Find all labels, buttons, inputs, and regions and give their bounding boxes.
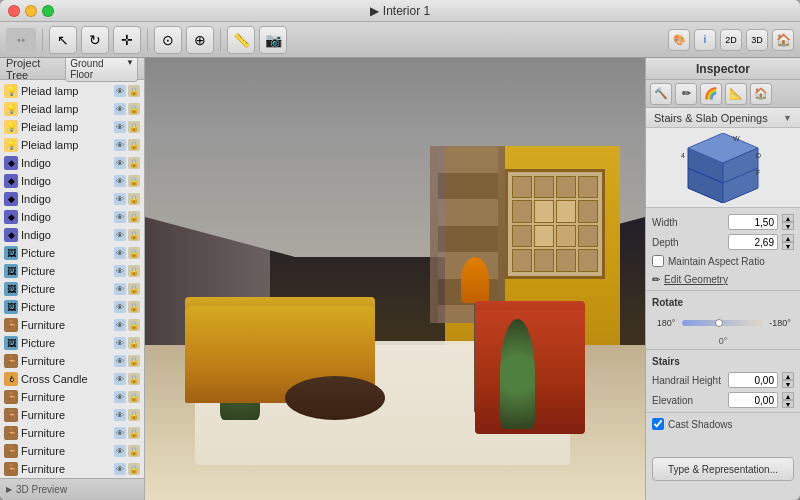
visibility-toggle[interactable]: 👁: [114, 193, 126, 205]
lock-toggle[interactable]: 🔒: [128, 193, 140, 205]
lock-toggle[interactable]: 🔒: [128, 229, 140, 241]
rotate-thumb[interactable]: [715, 319, 723, 327]
visibility-toggle[interactable]: 👁: [114, 301, 126, 313]
insp-btn-3[interactable]: 🌈: [700, 83, 722, 105]
visibility-toggle[interactable]: 👁: [114, 85, 126, 97]
lock-toggle[interactable]: 🔒: [128, 319, 140, 331]
insp-btn-2[interactable]: ✏: [675, 83, 697, 105]
toolbar-view-btn[interactable]: ⊙: [154, 26, 182, 54]
visibility-toggle[interactable]: 👁: [114, 139, 126, 151]
handrail-up[interactable]: ▲: [782, 372, 794, 380]
visibility-toggle[interactable]: 👁: [114, 445, 126, 457]
tree-item[interactable]: ◆ Indigo 👁 🔒: [0, 208, 144, 226]
lock-toggle[interactable]: 🔒: [128, 355, 140, 367]
tree-item[interactable]: 🕯 Cross Candle 👁 🔒: [0, 370, 144, 388]
visibility-toggle[interactable]: 👁: [114, 409, 126, 421]
tree-item[interactable]: 🖼 Picture 👁 🔒: [0, 298, 144, 316]
panel-footer[interactable]: ▶ 3D Preview: [0, 478, 144, 500]
cast-shadows-checkbox[interactable]: [652, 418, 664, 430]
elevation-input[interactable]: [728, 392, 778, 408]
lock-toggle[interactable]: 🔒: [128, 103, 140, 115]
lock-toggle[interactable]: 🔒: [128, 121, 140, 133]
visibility-toggle[interactable]: 👁: [114, 337, 126, 349]
tree-item[interactable]: 🖼 Picture 👁 🔒: [0, 280, 144, 298]
tree-item[interactable]: ◆ Indigo 👁 🔒: [0, 172, 144, 190]
project-tree-list[interactable]: 💡 Pleiad lamp 👁 🔒 💡 Pleiad lamp 👁 🔒 💡 Pl…: [0, 80, 144, 478]
tree-item[interactable]: 🪑 Furniture 👁 🔒: [0, 352, 144, 370]
tree-item[interactable]: 🪑 Furniture 👁 🔒: [0, 388, 144, 406]
tree-item[interactable]: ◆ Indigo 👁 🔒: [0, 154, 144, 172]
lock-toggle[interactable]: 🔒: [128, 337, 140, 349]
floor-dropdown[interactable]: Ground Floor ▼: [65, 58, 138, 82]
handrail-down[interactable]: ▼: [782, 380, 794, 388]
visibility-toggle[interactable]: 👁: [114, 157, 126, 169]
rotate-slider[interactable]: [682, 320, 764, 326]
toolbar-rotate-btn[interactable]: ↻: [81, 26, 109, 54]
tree-item[interactable]: 🪑 Furniture 👁 🔒: [0, 424, 144, 442]
elevation-up[interactable]: ▲: [782, 392, 794, 400]
lock-toggle[interactable]: 🔒: [128, 265, 140, 277]
tree-item[interactable]: 💡 Pleiad lamp 👁 🔒: [0, 136, 144, 154]
type-representation-btn[interactable]: Type & Representation...: [652, 457, 794, 481]
visibility-toggle[interactable]: 👁: [114, 121, 126, 133]
lock-toggle[interactable]: 🔒: [128, 301, 140, 313]
elevation-down[interactable]: ▼: [782, 400, 794, 408]
lock-toggle[interactable]: 🔒: [128, 139, 140, 151]
toolbar-camera-btn[interactable]: 📷: [259, 26, 287, 54]
insp-btn-4[interactable]: 📐: [725, 83, 747, 105]
tree-item[interactable]: 💡 Pleiad lamp 👁 🔒: [0, 100, 144, 118]
close-button[interactable]: [8, 5, 20, 17]
tree-item[interactable]: 🪑 Furniture 👁 🔒: [0, 316, 144, 334]
width-up[interactable]: ▲: [782, 214, 794, 222]
tree-item[interactable]: 🖼 Picture 👁 🔒: [0, 334, 144, 352]
tree-item[interactable]: 🪑 Furniture 👁 🔒: [0, 460, 144, 478]
toolbar-add-btn[interactable]: ⊕: [186, 26, 214, 54]
maximize-button[interactable]: [42, 5, 54, 17]
width-down[interactable]: ▼: [782, 222, 794, 230]
tree-item[interactable]: 💡 Pleiad lamp 👁 🔒: [0, 82, 144, 100]
lock-toggle[interactable]: 🔒: [128, 427, 140, 439]
lock-toggle[interactable]: 🔒: [128, 175, 140, 187]
visibility-toggle[interactable]: 👁: [114, 391, 126, 403]
lock-toggle[interactable]: 🔒: [128, 445, 140, 457]
visibility-toggle[interactable]: 👁: [114, 373, 126, 385]
toolbar-move-btn[interactable]: ✛: [113, 26, 141, 54]
width-input[interactable]: [728, 214, 778, 230]
tree-item[interactable]: 💡 Pleiad lamp 👁 🔒: [0, 118, 144, 136]
tree-item[interactable]: 🪑 Furniture 👁 🔒: [0, 442, 144, 460]
visibility-toggle[interactable]: 👁: [114, 427, 126, 439]
depth-down[interactable]: ▼: [782, 242, 794, 250]
toolbar-measure-btn[interactable]: 📏: [227, 26, 255, 54]
visibility-toggle[interactable]: 👁: [114, 355, 126, 367]
edit-geometry-link[interactable]: ✏ Edit Geometry: [646, 270, 800, 288]
lock-toggle[interactable]: 🔒: [128, 247, 140, 259]
toolbar-3d-btn[interactable]: 3D: [746, 29, 768, 51]
lock-toggle[interactable]: 🔒: [128, 391, 140, 403]
visibility-toggle[interactable]: 👁: [114, 103, 126, 115]
visibility-toggle[interactable]: 👁: [114, 229, 126, 241]
visibility-toggle[interactable]: 👁: [114, 175, 126, 187]
lock-toggle[interactable]: 🔒: [128, 211, 140, 223]
toolbar-select-btn[interactable]: ↖: [49, 26, 77, 54]
tree-item[interactable]: 🖼 Picture 👁 🔒: [0, 244, 144, 262]
section-header[interactable]: Stairs & Slab Openings ▼: [646, 108, 800, 128]
maintain-aspect-checkbox[interactable]: [652, 255, 664, 267]
lock-toggle[interactable]: 🔒: [128, 409, 140, 421]
depth-input[interactable]: [728, 234, 778, 250]
tree-item[interactable]: 🪑 Furniture 👁 🔒: [0, 406, 144, 424]
lock-toggle[interactable]: 🔒: [128, 463, 140, 475]
handrail-input[interactable]: [728, 372, 778, 388]
toolbar-material-btn[interactable]: 🎨: [668, 29, 690, 51]
visibility-toggle[interactable]: 👁: [114, 211, 126, 223]
toolbar-home-btn[interactable]: 🏠: [772, 29, 794, 51]
lock-toggle[interactable]: 🔒: [128, 157, 140, 169]
tree-item[interactable]: ◆ Indigo 👁 🔒: [0, 190, 144, 208]
insp-btn-5[interactable]: 🏠: [750, 83, 772, 105]
toolbar-2d-btn[interactable]: 2D: [720, 29, 742, 51]
lock-toggle[interactable]: 🔒: [128, 85, 140, 97]
depth-up[interactable]: ▲: [782, 234, 794, 242]
3d-viewport[interactable]: [145, 58, 645, 500]
visibility-toggle[interactable]: 👁: [114, 265, 126, 277]
visibility-toggle[interactable]: 👁: [114, 283, 126, 295]
minimize-button[interactable]: [25, 5, 37, 17]
